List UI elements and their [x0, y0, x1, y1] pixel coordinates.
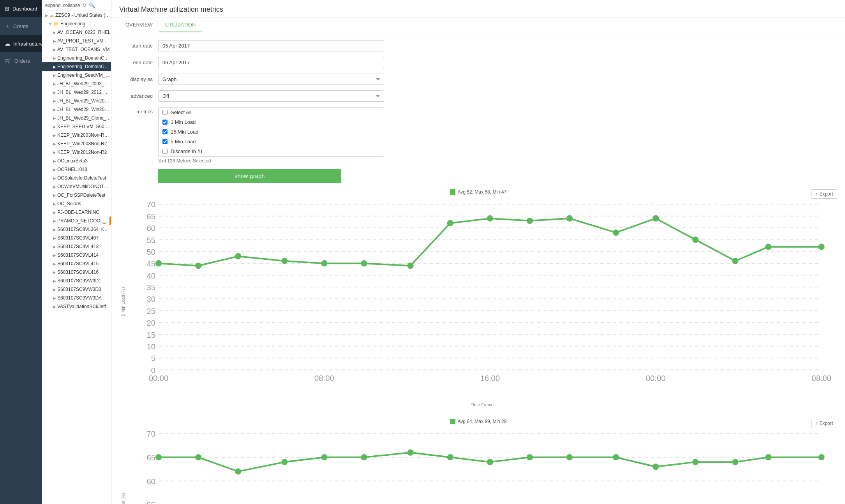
display-as-select[interactable]: Graph Table	[158, 74, 384, 85]
label-keep_seed: KEEP_SEED VM_S603107S(	[57, 124, 111, 129]
tree-item-ocsolaris_del[interactable]: ▶OCSolarisforDeleteTest	[42, 174, 111, 182]
tree-item-s603107_vw3d1[interactable]: ▶S603107SC9VW3D1	[42, 277, 111, 285]
tree-item-s603107_415[interactable]: ▶S603107SC9VL415	[42, 259, 111, 268]
svg-point-72	[281, 459, 288, 465]
svg-text:15: 15	[146, 331, 155, 339]
show-graph-button[interactable]: show graph	[158, 169, 341, 183]
tree-item-eng_seed[interactable]: ▶Engineering_SeedVM_VL01	[42, 71, 111, 79]
tree-item-s603107_414[interactable]: ▶S603107SC9VL414	[42, 251, 111, 259]
tree-item-s603107_vw3da[interactable]: ▶S603107SC9VW3DA	[42, 294, 111, 302]
tree-item-oclinux[interactable]: ▶OCLinuxBeta3	[42, 157, 111, 165]
tree-item-s603107_364[interactable]: ▶S603107SC9VL364_KEEP_S	[42, 225, 111, 234]
metrics-checkbox-select-all[interactable]	[162, 110, 168, 115]
tree-item-keep_win2012[interactable]: ▶KEEP_Win2012Non-R2	[42, 148, 111, 157]
y-axis-label-1: 5 Min Load (%)	[119, 196, 127, 407]
label-s603107_364: S603107SC9VL364_KEEP_S	[57, 227, 111, 232]
main-content: Virtual Machine utilization metrics OVER…	[111, 0, 845, 504]
arrow-s603107_vw3d3: ▶	[53, 287, 56, 292]
tree-item-pj_obe[interactable]: ▶PJ-OBE-LEARNING	[42, 208, 111, 217]
main-header: Virtual Machine utilization metrics	[111, 0, 845, 18]
svg-text:60: 60	[146, 477, 155, 486]
arrow-jh_bl_2003: ▶	[53, 82, 56, 86]
metrics-item-select-all: Select All	[159, 107, 384, 117]
tree-item-keep_win2003[interactable]: ▶KEEP_Win2003Non-R2_32b	[42, 131, 111, 139]
metrics-checkbox-1min[interactable]	[162, 120, 168, 125]
tree-item-jh_bl_win2003[interactable]: ▶JH_BL_Wed29_Win2003_v1	[42, 97, 111, 105]
advanced-select[interactable]: Off On	[158, 90, 384, 102]
tab-utilization[interactable]: UTILIZATION	[159, 18, 202, 32]
svg-text:16:00: 16:00	[480, 374, 500, 382]
start-date-input[interactable]	[158, 40, 384, 51]
tree-item-keep_seed[interactable]: ▶KEEP_SEED VM_S603107S(	[42, 122, 111, 131]
tree-item-ocrhel[interactable]: ▶OCRHEL1018	[42, 165, 111, 174]
arrow-oc_solaris: ▶	[53, 202, 56, 206]
arrow-s603107_414: ▶	[53, 253, 56, 257]
tree-item-jh_bl_2003[interactable]: ▶JH_BL_Wed29_2003_Clone_	[42, 79, 111, 88]
label-jh_bl_2012: JH_BL_Wed29_2012_Clone_	[57, 90, 111, 95]
tree-item-s603107_407[interactable]: ▶S603107SC9VL407	[42, 234, 111, 242]
sidebar-item-create[interactable]: ＋ Create	[0, 17, 42, 35]
label-s603107_vw3d1: S603107SC9VW3D1	[57, 278, 101, 284]
y-axis-label-2: 1 Min Load (%)	[119, 426, 127, 504]
expand-btn[interactable]: expand	[45, 3, 60, 8]
legend-text-1: Avg 52, Max 58, Min 47	[458, 189, 507, 195]
metrics-checkbox-15min[interactable]	[162, 129, 168, 134]
tree-item-av_test[interactable]: ▶AV_TEST_OCEANS_VM	[42, 45, 111, 54]
content-area: start date end date display as Graph Tab…	[111, 32, 845, 504]
svg-point-41	[407, 263, 413, 269]
tree-item-oc_forssp[interactable]: ▶OC_ForSSPDeleteTest	[42, 191, 111, 199]
tree-item-vastvalidation[interactable]: ▶VASTValidationSC9Jeff	[42, 302, 111, 311]
label-zzsc9: ZZSC9 - United States (Santa C	[55, 12, 111, 18]
tree-item-jh_bl_2012[interactable]: ▶JH_BL_Wed29_2012_Clone_	[42, 88, 111, 97]
arrow-av_ocean: ▶	[53, 30, 56, 35]
arrow-ocwinvm: ▶	[53, 185, 56, 189]
svg-point-48	[692, 236, 699, 243]
tree-item-av_prod[interactable]: ▶AV_PROD_TEST_VM	[42, 37, 111, 45]
tree-item-jh_bl_win2012cr[interactable]: ▶JH_BL_Wed29_Win2012_CR	[42, 105, 111, 114]
tree-item-ocwinvm[interactable]: ▶OCWinVMUtiliDONOTDELE™	[42, 182, 111, 191]
refresh-icon[interactable]: ↻	[82, 2, 86, 8]
tree-item-s603107_416[interactable]: ▶S603107SC9VL416	[42, 268, 111, 277]
tree-item-eng_domain2[interactable]: ▶Engineering_DomainContro	[42, 62, 111, 71]
arrow-s603107_407: ▶	[53, 236, 56, 240]
svg-point-44	[527, 218, 533, 224]
sidebar-item-dashboard[interactable]: ⊞ Dashboard	[0, 0, 42, 17]
end-date-input[interactable]	[158, 57, 384, 68]
metrics-checkbox-discards[interactable]	[162, 149, 168, 154]
tree-item-s603107_413[interactable]: ▶S603107SC9VL413	[42, 242, 111, 251]
metrics-box: Select All 1 Min Load 15 Min Load 5	[158, 107, 384, 157]
svg-text:70: 70	[146, 430, 155, 438]
tree-item-oc_solaris[interactable]: ▶OC_Solaris	[42, 199, 111, 208]
label-oc_solaris: OC_Solaris	[57, 201, 81, 206]
svg-point-36	[195, 263, 201, 269]
metrics-item-1min: 1 Min Load	[159, 117, 384, 127]
arrow-keep_win2003: ▶	[53, 133, 56, 137]
tree-item-keep_win2008[interactable]: ▶KEEP_Win2008Non-R2	[42, 139, 111, 148]
metrics-checkbox-5min[interactable]	[162, 139, 168, 144]
svg-text:25: 25	[146, 307, 155, 315]
tree-item-eng_domain1[interactable]: ▶Engineering_DomainContro	[42, 54, 111, 62]
tree-item-engineering[interactable]: ▼📁Engineering	[42, 19, 111, 28]
arrow-s603107_416: ▶	[53, 270, 56, 275]
arrow-av_prod: ▶	[53, 39, 56, 43]
collapse-btn[interactable]: collapse	[63, 3, 80, 8]
arrow-oclinux: ▶	[53, 159, 56, 163]
chart-container-2: ↑ Export Avg 64, Max 99, Min 29 1 Min Lo…	[119, 419, 837, 504]
tab-overview[interactable]: OVERVIEW	[119, 18, 159, 32]
search-icon[interactable]: 🔍	[89, 2, 95, 8]
tree-item-s603107_vw3d3[interactable]: ▶S603107SC9VW3D3	[42, 285, 111, 294]
svg-point-47	[653, 215, 659, 222]
sidebar-item-orders[interactable]: 🛒 Orders	[0, 52, 42, 69]
infrastructure-icon: ☁	[5, 41, 10, 47]
sidebar-item-infrastructure[interactable]: ☁ Infrastructure	[0, 35, 42, 52]
tree-item-zzsc9[interactable]: ▶☁ZZSC9 - United States (Santa C	[42, 11, 111, 19]
tree-item-av_ocean[interactable]: ▶AV_OCEAN_0223_RHEL	[42, 28, 111, 37]
tree-item-pramod[interactable]: ▶PRAMOD_NETCOOL_RHEL	[42, 217, 111, 225]
legend-color-1	[450, 189, 455, 195]
metrics-item-5min: 5 Min Load	[159, 137, 384, 146]
arrow-ocsolaris_del: ▶	[53, 176, 56, 180]
tree-item-jh_bl_clone_win[interactable]: ▶JH_BL_Wed29_Clone_Win2(	[42, 114, 111, 122]
chart-svg-1: 051015202530354045505560657000:0008:0016…	[127, 196, 837, 402]
arrow-jh_bl_win2012cr: ▶	[53, 107, 56, 112]
show-graph-row: show graph	[119, 169, 384, 183]
